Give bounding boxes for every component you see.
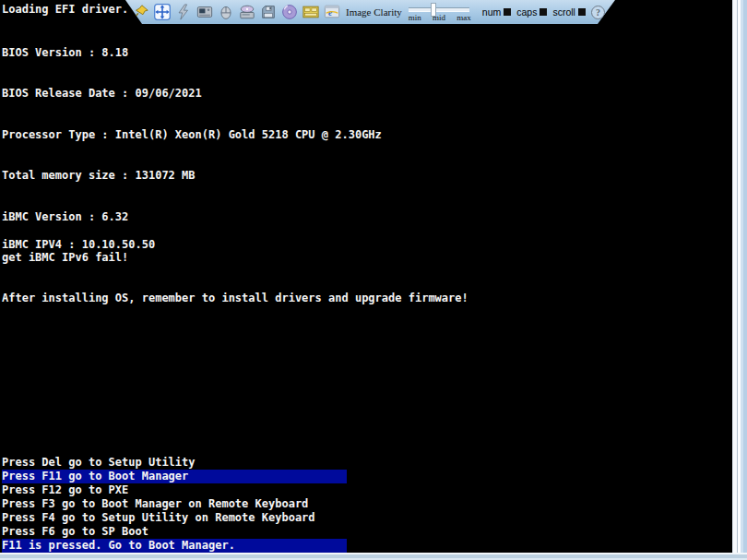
slider-label-min: min [409, 13, 421, 22]
console-line: Loading EFI driver. It [2, 3, 148, 17]
slider-label-max: max [456, 13, 471, 22]
toolbar-icon-group: e [132, 3, 340, 22]
console-line: iBMC Version : 6.32 [2, 210, 128, 224]
power-icon[interactable] [174, 3, 192, 22]
slider-label-mid: mid [433, 13, 445, 22]
indicator-scroll[interactable]: scroll [552, 6, 586, 18]
console-line: Total memory size : 131072 MB [2, 169, 196, 183]
floppy-drive-icon[interactable] [259, 3, 277, 22]
indicator-label: caps [516, 6, 537, 18]
indicator-caps[interactable]: caps [516, 6, 547, 18]
caps-led-icon [540, 8, 547, 16]
console-line: BIOS Version : 8.18 [2, 46, 128, 60]
indicator-label: scroll [552, 6, 575, 18]
window-frame-right [732, 0, 747, 560]
window-frame-bottom [0, 553, 747, 560]
num-led-icon [504, 8, 511, 16]
console-line: Processor Type : Intel(R) Xeon(R) Gold 5… [2, 128, 382, 142]
console-line: BIOS Release Date : 09/06/2021 [2, 87, 202, 101]
console-line: Press F6 go to SP Boot [2, 525, 148, 539]
slider-labels: min mid max [409, 13, 471, 22]
console-line: iBMC IPV4 : 10.10.50.50 [2, 238, 155, 252]
indicator-num[interactable]: num [482, 6, 511, 18]
mouse-icon[interactable] [217, 3, 234, 22]
soft-keyboard-icon[interactable] [302, 3, 319, 22]
slider-track[interactable] [409, 7, 469, 12]
scroll-led-icon [578, 8, 586, 16]
console-line-highlighted: F11 is pressed. Go to Boot Manager. [2, 539, 347, 553]
console-line: Press Del go to Setup Utility [2, 456, 196, 470]
console-line: Press F3 go to Boot Manager on Remote Ke… [2, 497, 308, 511]
console-line: After installing OS, remember to install… [2, 292, 468, 305]
lock-indicators: numcapsscroll [482, 6, 586, 18]
keyboard-icon[interactable] [196, 3, 213, 22]
indicator-label: num [482, 6, 501, 18]
console-line: Press F12 go to PXE [2, 483, 128, 497]
kvm-toolbar: e Image Clarity min mid max numcapsscrol… [120, 0, 615, 24]
fit-screen-icon[interactable] [153, 3, 171, 22]
console-line: Press F4 go to Setup Utility on Remote K… [2, 511, 315, 525]
remote-console-screen[interactable]: Loading EFI driver. It BIOS Version : 8.… [0, 0, 732, 553]
console-line-highlighted: Press F11 go to Boot Manager [2, 470, 347, 483]
cd-drive-icon[interactable] [238, 3, 255, 22]
browser-icon[interactable]: e [323, 3, 340, 22]
image-clarity-slider[interactable]: min mid max [409, 1, 469, 24]
console-line: get iBMC IPv6 fail! [2, 251, 128, 265]
cd-icon[interactable] [280, 3, 298, 22]
image-clarity-label: Image Clarity [346, 6, 402, 18]
